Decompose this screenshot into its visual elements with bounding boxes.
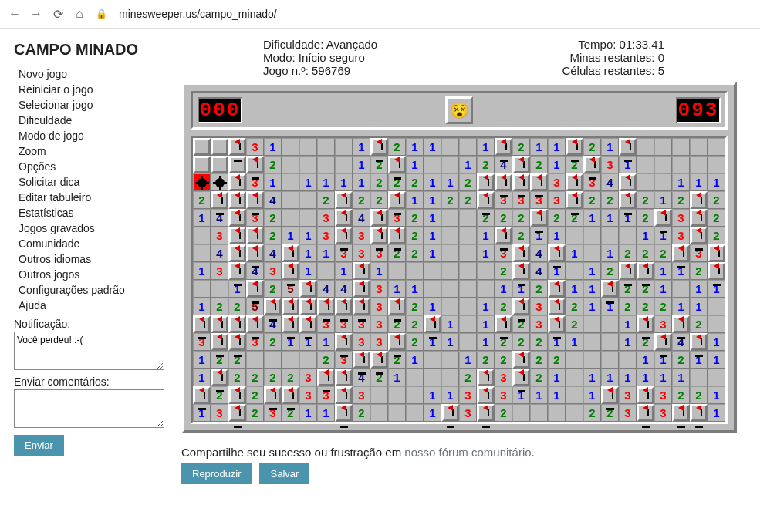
cell-7-17[interactable]: 2 <box>495 262 512 280</box>
cell-3-23[interactable]: 2 <box>601 191 619 209</box>
cell-8-2[interactable]: 1 <box>228 280 246 298</box>
cell-13-25[interactable]: 1 <box>637 369 654 386</box>
cell-1-7[interactable] <box>317 156 335 173</box>
reproduce-button[interactable]: Reproduzir <box>181 463 252 484</box>
cell-6-6[interactable]: 1 <box>299 244 317 262</box>
cell-7-15[interactable] <box>459 262 477 280</box>
comments-text[interactable] <box>14 389 164 428</box>
cell-11-2[interactable] <box>228 333 246 351</box>
cell-12-17[interactable]: 2 <box>495 351 512 369</box>
cell-11-14[interactable]: 1 <box>441 333 459 351</box>
cell-7-29[interactable] <box>708 262 725 280</box>
sidebar-item-0[interactable]: Novo jogo <box>19 66 172 82</box>
cell-6-7[interactable]: 1 <box>317 244 335 262</box>
cell-1-8[interactable] <box>335 156 353 173</box>
cell-2-25[interactable] <box>637 173 654 191</box>
cell-9-29[interactable] <box>708 298 725 315</box>
cell-5-3[interactable] <box>246 227 264 244</box>
cell-8-6[interactable] <box>299 280 317 298</box>
cell-4-2[interactable] <box>228 209 246 227</box>
cell-7-23[interactable]: 2 <box>601 262 619 280</box>
cell-7-22[interactable]: 1 <box>583 262 601 280</box>
cell-8-25[interactable]: 2 <box>637 280 654 298</box>
cell-7-6[interactable]: 1 <box>299 262 317 280</box>
cell-12-24[interactable] <box>619 351 637 369</box>
cell-8-18[interactable]: 1 <box>512 280 530 298</box>
cell-3-18[interactable]: 3 <box>512 191 530 209</box>
sidebar-item-8[interactable]: Editar tabuleiro <box>19 190 172 205</box>
cell-14-22[interactable]: 1 <box>583 386 601 404</box>
cell-0-17[interactable] <box>495 138 512 156</box>
cell-10-27[interactable] <box>672 315 690 333</box>
cell-2-10[interactable]: 2 <box>370 173 388 191</box>
cell-15-7[interactable]: 1 <box>317 404 335 422</box>
cell-9-14[interactable] <box>441 298 459 315</box>
cell-2-29[interactable]: 1 <box>708 173 725 191</box>
cell-15-27[interactable] <box>672 404 690 422</box>
cell-8-19[interactable]: 2 <box>530 280 548 298</box>
cell-3-3[interactable] <box>246 191 264 209</box>
cell-1-10[interactable]: 2 <box>370 156 388 173</box>
cell-7-28[interactable]: 2 <box>690 262 708 280</box>
cell-15-1[interactable]: 3 <box>211 404 228 422</box>
cell-10-11[interactable]: 2 <box>388 315 406 333</box>
cell-11-15[interactable] <box>459 333 477 351</box>
cell-11-3[interactable]: 3 <box>246 333 264 351</box>
cell-12-0[interactable]: 1 <box>193 351 211 369</box>
cell-13-10[interactable]: 2 <box>370 369 388 386</box>
cell-1-13[interactable] <box>424 156 441 173</box>
cell-12-3[interactable] <box>246 351 264 369</box>
cell-1-4[interactable]: 2 <box>264 156 282 173</box>
cell-4-21[interactable]: 2 <box>566 209 583 227</box>
cell-15-2[interactable] <box>228 404 246 422</box>
cell-6-14[interactable] <box>441 244 459 262</box>
cell-2-9[interactable]: 1 <box>353 173 370 191</box>
cell-5-11[interactable] <box>388 227 406 244</box>
cell-15-11[interactable] <box>388 404 406 422</box>
cell-12-27[interactable]: 2 <box>672 351 690 369</box>
cell-4-22[interactable]: 1 <box>583 209 601 227</box>
cell-2-15[interactable]: 2 <box>459 173 477 191</box>
cell-13-12[interactable] <box>406 369 424 386</box>
cell-0-13[interactable]: 1 <box>424 138 441 156</box>
cell-8-14[interactable] <box>441 280 459 298</box>
cell-9-18[interactable] <box>512 298 530 315</box>
cell-6-17[interactable]: 3 <box>495 244 512 262</box>
cell-1-9[interactable]: 1 <box>353 156 370 173</box>
cell-10-9[interactable]: 3 <box>353 315 370 333</box>
cell-10-5[interactable] <box>282 315 299 333</box>
cell-10-26[interactable]: 3 <box>654 315 672 333</box>
cell-11-19[interactable]: 2 <box>530 333 548 351</box>
cell-11-26[interactable] <box>654 333 672 351</box>
cell-0-11[interactable]: 2 <box>388 138 406 156</box>
cell-14-26[interactable]: 3 <box>654 386 672 404</box>
cell-6-8[interactable]: 3 <box>335 244 353 262</box>
cell-14-21[interactable] <box>566 386 583 404</box>
cell-1-1[interactable] <box>211 156 228 173</box>
cell-3-9[interactable]: 2 <box>353 191 370 209</box>
cell-15-29[interactable]: 1 <box>708 404 725 422</box>
cell-10-16[interactable]: 1 <box>477 315 495 333</box>
cell-15-15[interactable]: 3 <box>459 404 477 422</box>
cell-2-17[interactable] <box>495 173 512 191</box>
cell-15-9[interactable]: 2 <box>353 404 370 422</box>
cell-4-5[interactable] <box>282 209 299 227</box>
cell-6-22[interactable] <box>583 244 601 262</box>
cell-4-18[interactable]: 2 <box>512 209 530 227</box>
cell-1-18[interactable] <box>512 156 530 173</box>
cell-0-10[interactable] <box>370 138 388 156</box>
cell-11-22[interactable] <box>583 333 601 351</box>
cell-13-27[interactable]: 1 <box>672 369 690 386</box>
cell-7-25[interactable] <box>637 262 654 280</box>
cell-1-25[interactable] <box>637 156 654 173</box>
cell-3-24[interactable] <box>619 191 637 209</box>
cell-11-7[interactable]: 1 <box>317 333 335 351</box>
sidebar-item-2[interactable]: Selecionar jogo <box>19 97 172 113</box>
cell-0-22[interactable]: 2 <box>583 138 601 156</box>
cell-2-23[interactable]: 4 <box>601 173 619 191</box>
cell-11-29[interactable]: 1 <box>708 333 725 351</box>
cell-4-26[interactable] <box>654 209 672 227</box>
sidebar-item-10[interactable]: Jogos gravados <box>19 221 172 236</box>
cell-3-17[interactable]: 3 <box>495 191 512 209</box>
cell-8-3[interactable] <box>246 280 264 298</box>
